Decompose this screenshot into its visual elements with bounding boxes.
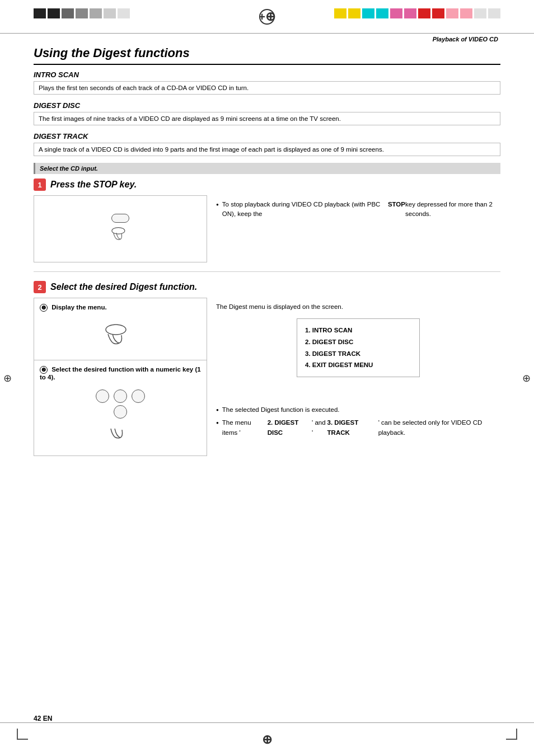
step2-title: Select the desired Digest function. — [50, 282, 197, 292]
svg-point-1 — [106, 325, 126, 335]
center-crosshair: ⊕ — [259, 9, 275, 25]
right-registration-mark: ⊕ — [522, 372, 531, 384]
numeric-scroll-svg — [106, 423, 134, 445]
step1-notes: To stop playback during VIDEO CD playbac… — [216, 195, 500, 262]
scroll-icon-area — [106, 423, 134, 445]
key-3 — [132, 389, 145, 403]
stop-key-bold: STOP — [388, 200, 405, 209]
numeric-keys — [40, 385, 201, 450]
step2-bullet-2: The menu items '2. DIGEST DISC' and '3. … — [216, 418, 500, 438]
step2-number: 2 — [34, 281, 46, 293]
key-row-top — [96, 389, 145, 403]
bottom-left-mark — [17, 729, 28, 740]
menu-item-1: 1. INTRO SCAN — [305, 325, 411, 336]
substep2-label: ❷ Select the desired function with a num… — [40, 366, 201, 381]
substep1-text: Display the menu. — [51, 304, 106, 311]
page-number: 42 EN — [34, 715, 52, 722]
key-4 — [114, 405, 127, 419]
step1-illustration — [34, 195, 207, 262]
intro-scan-title: INTRO SCAN — [34, 71, 500, 79]
intro-scan-description: Plays the first ten seconds of each trac… — [34, 81, 500, 95]
substep1-num: ❶ — [40, 304, 48, 312]
bottom-right-mark — [506, 729, 517, 740]
right-color-bars — [334, 8, 500, 18]
step1-header: 1 Press the STOP key. — [34, 179, 500, 191]
digest-track-title: DIGEST TRACK — [34, 132, 500, 140]
step1-title: Press the STOP key. — [50, 180, 137, 190]
digest-menu-box: 1. INTRO SCAN 2. DIGEST DISC 3. DIGEST T… — [297, 318, 420, 377]
remote-scroll-area — [110, 226, 130, 244]
left-color-bars — [34, 8, 130, 18]
menu-button-svg — [104, 322, 137, 349]
remote-stop-icon — [110, 214, 130, 244]
step2-header: 2 Select the desired Digest function. — [34, 281, 500, 293]
step2-content: ❶ Display the menu. ❷ Select the desired… — [34, 298, 500, 456]
digest-track-description: A single track of a VIDEO CD is divided … — [34, 143, 500, 156]
substep1-right-text: The Digest menu is displayed on the scre… — [216, 302, 500, 312]
menu-item-3: 3. DIGEST TRACK — [305, 348, 411, 360]
substep1-icon — [40, 316, 201, 354]
step2-left-panel: ❶ Display the menu. ❷ Select the desired… — [34, 298, 207, 456]
step1-note: To stop playback during VIDEO CD playbac… — [216, 200, 500, 219]
substep1-label: ❶ Display the menu. — [40, 304, 201, 312]
step2-bullets: The selected Digest function is executed… — [216, 405, 500, 438]
step2-right-panel: The Digest menu is displayed on the scre… — [216, 298, 500, 456]
step1-number: 1 — [34, 179, 46, 191]
menu-item-2: 2. DIGEST DISC — [305, 336, 411, 348]
page-num-suffix: EN — [41, 715, 52, 722]
digest-disc-title: DIGEST DISC — [34, 101, 500, 110]
stop-button-svg — [110, 222, 130, 244]
bottom-decoration-bar: ⊕ — [0, 722, 534, 756]
substep2-text: Select the desired function with a numer… — [40, 366, 201, 381]
section-label: Playback of VIDEO CD — [34, 36, 500, 43]
bottom-crosshair: ⊕ — [262, 732, 272, 747]
page-title: Using the Digest functions — [34, 46, 500, 65]
key-2 — [114, 389, 127, 403]
left-registration-mark: ⊕ — [3, 372, 12, 384]
substep2-area: ❷ Select the desired function with a num… — [34, 360, 207, 456]
digest-disc-description: The first images of nine tracks of a VID… — [34, 112, 500, 125]
page-num-text: 42 — [34, 715, 41, 722]
top-decoration-bar: ⊕ — [0, 0, 534, 34]
select-cd-bar: Select the CD input. — [34, 163, 500, 174]
digest-track-bold: 3. DIGEST TRACK — [327, 418, 378, 438]
key-1 — [96, 389, 109, 403]
digest-disc-bold: 2. DIGEST DISC — [268, 418, 312, 438]
step1-content: To stop playback during VIDEO CD playbac… — [34, 195, 500, 272]
step2-bullet-1: The selected Digest function is executed… — [216, 405, 500, 415]
substep2-num: ❷ — [40, 366, 48, 374]
substep1-area: ❶ Display the menu. — [34, 298, 207, 360]
menu-item-4: 4. EXIT DIGEST MENU — [305, 359, 411, 371]
key-row-bottom — [114, 405, 127, 419]
